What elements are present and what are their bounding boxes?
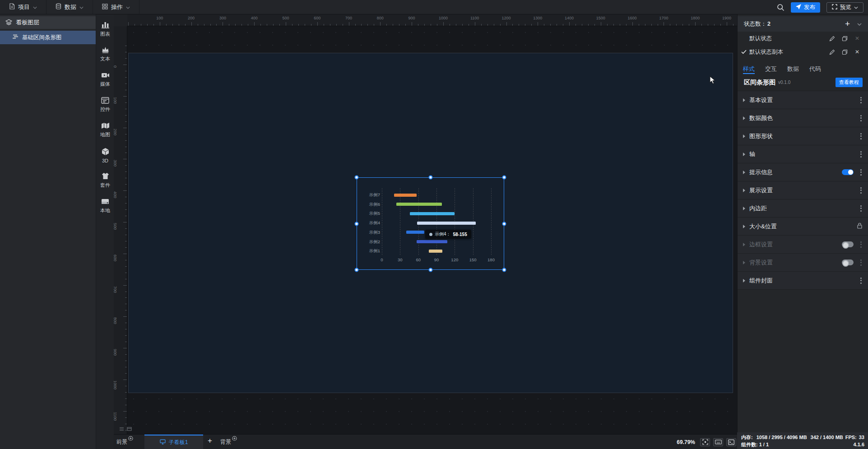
resize-handle[interactable] [355, 222, 359, 226]
ruler-tick [241, 24, 242, 26]
kebab-menu-icon[interactable] [859, 185, 863, 195]
preview-button[interactable]: 预览 [826, 2, 863, 13]
add-state-button[interactable]: + [845, 19, 850, 29]
publish-button[interactable]: 发布 [791, 2, 820, 13]
state-row[interactable]: 默认状态副本✕ [738, 45, 868, 59]
duplicate-state-icon[interactable] [838, 36, 851, 42]
menu-database[interactable]: 数据 [46, 0, 93, 14]
ruler-tick [267, 24, 267, 26]
kebab-menu-icon[interactable] [859, 240, 863, 250]
section-toggle[interactable] [842, 259, 854, 265]
tab-数据[interactable]: 数据 [787, 65, 799, 74]
tool-map[interactable]: 地图 [96, 120, 114, 139]
ruler-label: 1900 [722, 16, 731, 20]
section-toggle[interactable] [842, 169, 854, 175]
ruler-corner [114, 14, 127, 26]
ruler-tick [254, 22, 255, 26]
section-背景设置[interactable]: 背景设置 [738, 254, 868, 272]
section-内边距[interactable]: 内边距 [738, 199, 868, 218]
resize-handle[interactable] [355, 268, 359, 272]
zoom-level[interactable]: 69.79% [677, 439, 695, 445]
ruler-tick [727, 22, 727, 26]
section-大小&位置[interactable]: 大小&位置 [738, 218, 868, 236]
tab-交互[interactable]: 交互 [765, 65, 777, 74]
tool-chart[interactable]: 图表 [96, 19, 114, 38]
ruler-label: 300 [114, 160, 117, 167]
edit-state-icon[interactable] [826, 49, 838, 55]
section-toggle[interactable] [842, 241, 854, 247]
kebab-menu-icon[interactable] [859, 95, 863, 105]
ruler-tick [443, 22, 444, 26]
foreground-tab[interactable]: 前景 [116, 438, 133, 446]
kebab-menu-icon[interactable] [859, 258, 863, 268]
delete-state-icon[interactable]: ✕ [851, 49, 863, 55]
section-组件封面[interactable]: 组件封面 [738, 272, 868, 290]
ruler-tick [531, 24, 532, 26]
kebab-menu-icon[interactable] [859, 204, 863, 213]
kebab-menu-icon[interactable] [859, 131, 863, 141]
subboard-tab-active[interactable]: 子看板1 [144, 435, 203, 449]
resize-handle[interactable] [428, 176, 432, 180]
kebab-menu-icon[interactable] [859, 113, 863, 123]
tool-widget[interactable]: 控件 [96, 95, 114, 114]
tool-cube[interactable]: 3D [96, 146, 114, 165]
state-row[interactable]: 默认状态✕ [738, 32, 868, 45]
resize-handle[interactable] [502, 176, 506, 180]
add-background-icon[interactable] [232, 436, 237, 444]
kebab-menu-icon[interactable] [859, 167, 863, 177]
console-icon[interactable] [726, 438, 736, 446]
resize-handle[interactable] [502, 268, 506, 272]
tool-text[interactable]: 文本 [96, 45, 114, 64]
section-基本设置[interactable]: 基本设置 [738, 91, 868, 109]
ruler-tick [125, 197, 127, 197]
delete-state-icon[interactable]: ✕ [851, 35, 863, 42]
tool-local[interactable]: 本地 [96, 196, 114, 215]
ruler-tick [123, 159, 127, 159]
resize-handle[interactable] [502, 222, 506, 226]
canvas-corner-icons [119, 425, 132, 433]
ruler-tick [588, 24, 589, 26]
add-subboard-button[interactable]: + [208, 436, 212, 445]
background-tab[interactable]: 背景 [220, 438, 237, 446]
add-foreground-icon[interactable] [128, 436, 133, 444]
tool-kit[interactable]: 套件 [96, 171, 114, 190]
ruler-tick [418, 24, 418, 26]
ruler-tick [632, 22, 633, 26]
section-提示信息[interactable]: 提示信息 [738, 163, 868, 181]
section-展示设置[interactable]: 展示设置 [738, 181, 868, 199]
menu-operations[interactable]: 操作 [93, 0, 139, 14]
ruler-tick [695, 22, 696, 26]
states-collapse-chevron-icon[interactable] [857, 21, 862, 27]
list-view-icon[interactable] [119, 425, 124, 433]
kebab-menu-icon[interactable] [859, 149, 863, 159]
keyboard-shortcuts-icon[interactable] [713, 438, 723, 446]
layer-item-label: 基础区间条形图 [22, 34, 62, 42]
kebab-menu-icon[interactable] [859, 276, 863, 286]
menu-document[interactable]: 项目 [0, 0, 46, 14]
resize-handle[interactable] [355, 176, 359, 180]
section-图形形状[interactable]: 图形形状 [738, 127, 868, 145]
tutorial-button[interactable]: 查看教程 [836, 78, 863, 87]
ruler-tick [355, 24, 356, 26]
ruler-tick [204, 24, 204, 26]
section-边框设置[interactable]: 边框设置 [738, 236, 868, 254]
resize-handle[interactable] [428, 268, 432, 272]
lock-icon[interactable] [857, 222, 863, 230]
fit-to-screen-icon[interactable] [700, 438, 710, 446]
section-数据颜色[interactable]: 数据颜色 [738, 109, 868, 127]
tab-样式[interactable]: 样式 [743, 65, 755, 74]
tool-media[interactable]: 媒体 [96, 70, 114, 89]
layer-item-selected[interactable]: 基础区间条形图 [0, 31, 96, 44]
edit-state-icon[interactable] [826, 36, 838, 42]
search-icon[interactable] [777, 4, 784, 11]
ruler-tick [620, 24, 620, 26]
board-view-icon[interactable] [127, 425, 132, 433]
duplicate-state-icon[interactable] [838, 49, 851, 55]
canvas[interactable]: 1002003004005006007008009001000110012001… [114, 14, 737, 434]
ruler-tick [676, 24, 677, 26]
section-轴[interactable]: 轴 [738, 145, 868, 163]
states-count-value: 2 [767, 21, 771, 27]
ruler-tick [125, 58, 127, 59]
tab-代码[interactable]: 代码 [809, 65, 821, 74]
selected-component[interactable]: 0306090120150180示例7示例6示例5示例4示例3示例2示例1 [357, 177, 504, 270]
